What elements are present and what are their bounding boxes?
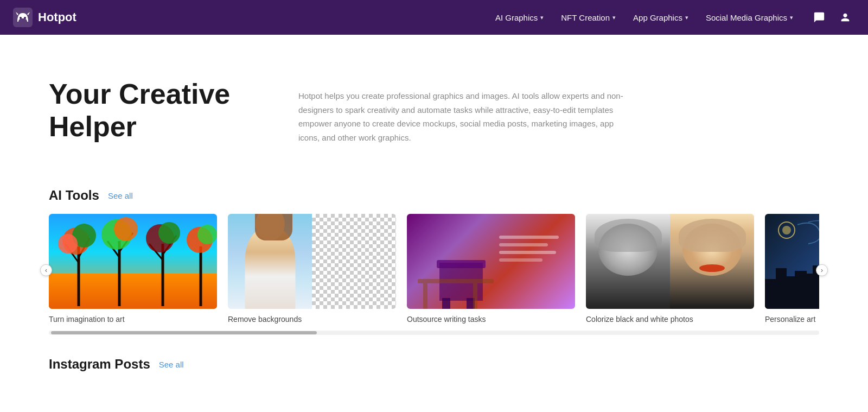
scrollbar-track	[49, 331, 819, 335]
chat-icon-button[interactable]	[809, 8, 829, 27]
hero-description: Hotpot helps you create professional gra…	[298, 89, 635, 144]
card-colorize-label: Colorize black and white photos	[586, 315, 693, 324]
lips-color	[699, 264, 725, 272]
bg-remove-container	[228, 214, 396, 309]
nav-item-ai-graphics[interactable]: AI Graphics ▾	[488, 9, 551, 27]
svg-rect-31	[473, 283, 477, 309]
svg-rect-35	[499, 258, 542, 262]
hair-bw	[595, 219, 662, 252]
person-hair	[255, 214, 293, 240]
chevron-down-icon: ▾	[790, 14, 793, 21]
card-personalize-label: Personalize art	[765, 315, 815, 324]
hair-color	[679, 219, 746, 252]
art-image-container	[49, 214, 217, 309]
svg-rect-42	[795, 271, 807, 309]
svg-rect-30	[423, 283, 427, 309]
nav-item-social-media[interactable]: Social Media Graphics ▾	[698, 9, 801, 27]
bg-transparent-right	[312, 214, 396, 309]
hero-section: Your Creative Helper Hotpot helps you cr…	[0, 35, 868, 177]
card-art-label: Turn imagination to art	[49, 315, 125, 324]
brand-logo[interactable]: Hotpot	[13, 8, 76, 27]
svg-rect-41	[786, 276, 795, 309]
svg-point-20	[158, 222, 180, 244]
chevron-down-icon: ▾	[685, 14, 688, 21]
card-writing[interactable]: Outsource writing tasks	[407, 214, 575, 324]
chat-icon	[813, 11, 825, 23]
svg-point-10	[58, 234, 78, 253]
hotpot-logo-icon	[13, 8, 33, 27]
ai-tools-title: AI Tools	[49, 188, 99, 203]
nav-item-app-graphics[interactable]: App Graphics ▾	[626, 9, 696, 27]
instagram-posts-title: Instagram Posts	[49, 357, 150, 372]
card-colorize-image	[586, 214, 754, 309]
chevron-down-icon: ▾	[612, 14, 616, 21]
ai-tools-section: AI Tools See all ‹	[0, 177, 868, 340]
personalize-svg	[765, 214, 819, 309]
nav-item-nft-creation[interactable]: NFT Creation ▾	[553, 9, 623, 27]
svg-rect-24	[407, 214, 575, 309]
navbar: Hotpot AI Graphics ▾ NFT Creation ▾ App …	[0, 0, 868, 35]
card-personalize-image	[765, 214, 819, 309]
scrollbar-thumb[interactable]	[51, 331, 317, 334]
card-art-image	[49, 214, 217, 309]
svg-point-38	[782, 226, 791, 234]
card-bg-remove[interactable]: Remove backgrounds	[228, 214, 396, 324]
card-writing-label: Outsource writing tasks	[407, 315, 486, 324]
ai-tools-cards-wrapper: ‹	[49, 214, 819, 328]
nav-links: AI Graphics ▾ NFT Creation ▾ App Graphic…	[488, 9, 801, 27]
writing-bg	[407, 214, 575, 309]
scroll-right-arrow[interactable]: ›	[816, 264, 828, 276]
svg-point-23	[197, 225, 217, 244]
svg-rect-4	[49, 274, 217, 309]
instagram-posts-header: Instagram Posts See all	[49, 357, 819, 372]
card-bg-remove-image	[228, 214, 396, 309]
ai-tools-header: AI Tools See all	[49, 188, 819, 203]
svg-point-1	[20, 17, 22, 19]
brand-name: Hotpot	[38, 10, 76, 24]
svg-rect-26	[437, 260, 486, 268]
svg-rect-43	[806, 274, 814, 309]
nav-label-ai-graphics: AI Graphics	[495, 13, 538, 22]
svg-rect-40	[776, 268, 787, 309]
scroll-left-arrow[interactable]: ‹	[40, 264, 52, 276]
hero-right: Hotpot helps you create professional gra…	[298, 78, 819, 144]
svg-rect-32	[499, 236, 559, 239]
ai-tools-cards-row: Turn imagination to art	[49, 214, 819, 328]
svg-rect-34	[499, 251, 556, 254]
hero-left: Your Creative Helper	[49, 78, 255, 143]
user-icon-button[interactable]	[835, 8, 855, 27]
cards-scrollbar-area[interactable]	[49, 331, 819, 335]
colorize-container	[586, 214, 754, 309]
card-colorize[interactable]: Colorize black and white photos	[586, 214, 754, 324]
ai-tools-see-all[interactable]: See all	[108, 191, 133, 200]
bw-half	[586, 214, 670, 309]
chevron-down-icon: ▾	[540, 14, 544, 21]
instagram-posts-see-all[interactable]: See all	[159, 360, 184, 369]
card-bg-remove-label: Remove backgrounds	[228, 315, 302, 324]
card-art[interactable]: Turn imagination to art	[49, 214, 217, 324]
svg-point-15	[114, 217, 138, 241]
user-icon	[839, 11, 851, 23]
svg-point-2	[24, 17, 26, 19]
art-svg	[49, 214, 217, 309]
card-personalize[interactable]: Personalize art	[765, 214, 819, 324]
writing-svg	[407, 214, 575, 309]
bg-photo-left	[228, 214, 312, 309]
nav-label-social-media: Social Media Graphics	[706, 13, 787, 22]
instagram-posts-section: Instagram Posts See all	[0, 340, 868, 394]
svg-rect-33	[499, 243, 548, 246]
hero-title: Your Creative Helper	[49, 78, 255, 143]
nav-label-app-graphics: App Graphics	[633, 13, 682, 22]
svg-rect-27	[442, 298, 450, 309]
nav-label-nft-creation: NFT Creation	[561, 13, 610, 22]
svg-rect-29	[418, 279, 494, 283]
nav-icons	[809, 8, 855, 27]
color-half	[670, 214, 754, 309]
card-writing-image	[407, 214, 575, 309]
